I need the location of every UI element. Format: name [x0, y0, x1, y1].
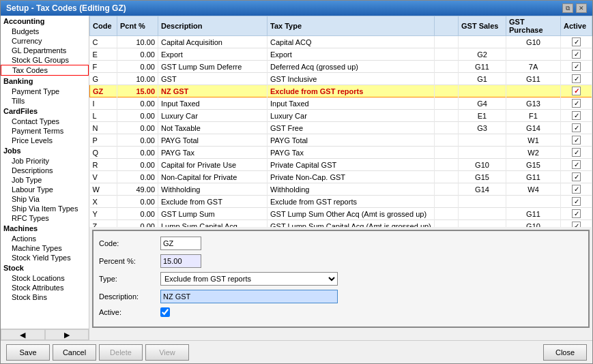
- cell-gst-sales: [459, 85, 506, 97]
- sidebar-item-ship-via-item-types[interactable]: Ship Via Item Types: [1, 204, 89, 213]
- active-checkbox-display[interactable]: [572, 62, 581, 71]
- desc-label: Description:: [99, 292, 160, 301]
- sidebar-section-jobs[interactable]: Jobs: [1, 145, 89, 156]
- restore-button[interactable]: ⧉: [562, 3, 573, 13]
- table-row[interactable]: W49.00WithholdingWithholdingG14W4: [90, 183, 592, 196]
- table-row[interactable]: R0.00Capital for Private UsePrivate Capi…: [90, 159, 592, 171]
- active-label: Active:: [99, 308, 160, 316]
- cell-pcnt: 0.00: [117, 159, 158, 171]
- sidebar-item-ship-via[interactable]: Ship Via: [1, 194, 89, 204]
- close-button[interactable]: ✕: [576, 3, 587, 13]
- sidebar-item-actions[interactable]: Actions: [1, 234, 89, 243]
- cell-active: [561, 73, 592, 85]
- cell-pcnt: 0.00: [117, 122, 158, 134]
- table-row[interactable]: E0.00ExportExportG2: [90, 48, 592, 61]
- active-checkbox-display[interactable]: [572, 185, 581, 194]
- sidebar-item-descriptions[interactable]: Descriptions: [1, 166, 89, 175]
- cell-gst-purchase: G11: [506, 171, 561, 183]
- cell-active: [561, 110, 592, 122]
- sidebar-item-stock-locations[interactable]: Stock Locations: [1, 273, 89, 283]
- table-row[interactable]: G10.00GSTGST InclusiveG1G11: [90, 73, 592, 85]
- sidebar-item-payment-type[interactable]: Payment Type: [1, 87, 89, 96]
- view-button[interactable]: View: [145, 344, 189, 361]
- sidebar-item-stock-attributes[interactable]: Stock Attributes: [1, 283, 89, 292]
- close-button-bottom[interactable]: Close: [543, 344, 587, 361]
- sidebar-scroll-right[interactable]: ▶: [45, 329, 89, 340]
- sidebar-item-machine-types[interactable]: Machine Types: [1, 243, 89, 253]
- cell-gst-sales: G2: [459, 48, 506, 61]
- form-row-code: Code:: [99, 237, 583, 250]
- cell-pcnt: 10.00: [117, 36, 158, 48]
- active-checkbox-display[interactable]: [572, 111, 581, 120]
- sidebar-item-gl-departments[interactable]: GL Departments: [1, 46, 89, 55]
- cell-type: PAYG Total: [267, 134, 435, 147]
- sidebar-item-budgets[interactable]: Budgets: [1, 27, 89, 36]
- table-row[interactable]: N0.00Not TaxableGST FreeG3G14: [90, 122, 592, 134]
- table-row[interactable]: V0.00Non-Capital for PrivatePrivate Non-…: [90, 171, 592, 183]
- table-row[interactable]: X0.00Exclude from GSTExclude from GST re…: [90, 196, 592, 208]
- active-checkbox-display[interactable]: [572, 172, 581, 181]
- table-row[interactable]: Z0.00Lump Sum Capital AcqGST Lump Sum Ca…: [90, 220, 592, 228]
- table-row[interactable]: P0.00PAYG TotalPAYG TotalW1: [90, 134, 592, 147]
- sidebar-item-stock-gl-groups[interactable]: Stock GL Groups: [1, 55, 89, 65]
- sidebar-item-stock-yield-types[interactable]: Stock Yield Types: [1, 253, 89, 262]
- sidebar-section-banking[interactable]: Banking: [1, 76, 89, 87]
- table-row[interactable]: I0.00Input TaxedInput TaxedG4G13: [90, 97, 592, 110]
- sidebar-item-labour-type[interactable]: Labour Type: [1, 185, 89, 194]
- cell-spacer: [434, 110, 458, 122]
- table-row[interactable]: Y0.00GST Lump SumGST Lump Sum Other Acq …: [90, 208, 592, 220]
- cell-active: [561, 220, 592, 228]
- sidebar-section-cardfiles[interactable]: CardFiles: [1, 106, 89, 117]
- active-checkbox-display[interactable]: [572, 136, 581, 145]
- active-checkbox[interactable]: [160, 307, 170, 317]
- sidebar-scroll-left[interactable]: ◀: [1, 329, 45, 340]
- active-checkbox-display[interactable]: [572, 160, 581, 169]
- sidebar-section-accounting[interactable]: Accounting: [1, 16, 89, 27]
- cell-desc: Input Taxed: [158, 97, 267, 110]
- cell-code: X: [90, 196, 117, 208]
- table-row[interactable]: Q0.00PAYG TaxPAYG TaxW2: [90, 147, 592, 159]
- table-row[interactable]: GZ15.00NZ GSTExclude from GST reports: [90, 85, 592, 97]
- col-gst-purchase: GST Purchase: [506, 16, 561, 36]
- sidebar-section-machines[interactable]: Machines: [1, 223, 89, 234]
- active-checkbox-display[interactable]: [572, 37, 581, 46]
- save-button[interactable]: Save: [6, 344, 50, 361]
- active-checkbox-display[interactable]: [572, 197, 581, 206]
- delete-button[interactable]: Delete: [99, 344, 143, 361]
- cell-gst-sales: E1: [459, 110, 506, 122]
- cell-pcnt: 0.00: [117, 208, 158, 220]
- sidebar-section-stock[interactable]: Stock: [1, 262, 89, 273]
- table-row[interactable]: L0.00Luxury CarLuxury CarE1F1: [90, 110, 592, 122]
- sidebar-item-payment-terms[interactable]: Payment Terms: [1, 126, 89, 136]
- active-checkbox-display[interactable]: [572, 50, 581, 59]
- desc-input[interactable]: [160, 290, 338, 303]
- sidebar-item-currency[interactable]: Currency: [1, 36, 89, 46]
- active-checkbox-display[interactable]: [572, 148, 581, 157]
- table-row[interactable]: F0.00GST Lump Sum DeferreDeferred Acq (g…: [90, 61, 592, 73]
- cell-gst-sales: G3: [459, 122, 506, 134]
- cancel-button[interactable]: Cancel: [53, 344, 96, 361]
- sidebar-item-contact-types[interactable]: Contact Types: [1, 117, 89, 126]
- percent-input[interactable]: [160, 254, 201, 268]
- sidebar-item-job-priority[interactable]: Job Priority: [1, 156, 89, 166]
- cell-type: Withholding: [267, 183, 435, 196]
- sidebar-item-rfc-types[interactable]: RFC Types: [1, 213, 89, 223]
- active-checkbox-display[interactable]: [572, 123, 581, 132]
- sidebar-item-price-levels[interactable]: Price Levels: [1, 136, 89, 145]
- table-row[interactable]: C10.00Capital AcquisitionCapital ACQG10: [90, 36, 592, 48]
- type-select[interactable]: Exclude from GST reportsGST InclusiveCap…: [160, 272, 338, 286]
- sidebar-item-stock-bins[interactable]: Stock Bins: [1, 292, 89, 302]
- active-checkbox-display[interactable]: [572, 209, 581, 218]
- sidebar-item-job-type[interactable]: Job Type: [1, 175, 89, 185]
- cell-spacer: [434, 73, 458, 85]
- sidebar-item-tax-codes[interactable]: Tax Codes: [1, 65, 89, 76]
- sidebar-item-tills[interactable]: Tills: [1, 96, 89, 106]
- cell-type: GST Lump Sum Other Acq (Amt is grossed u…: [267, 208, 435, 220]
- active-checkbox-display[interactable]: [572, 87, 581, 95]
- active-checkbox-display[interactable]: [572, 222, 581, 227]
- active-checkbox-display[interactable]: [572, 74, 581, 83]
- cell-desc: Withholding: [158, 183, 267, 196]
- table-area[interactable]: Code Pcnt % Description Tax Type GST Sal…: [89, 16, 592, 227]
- code-input[interactable]: [160, 237, 201, 250]
- active-checkbox-display[interactable]: [572, 99, 581, 108]
